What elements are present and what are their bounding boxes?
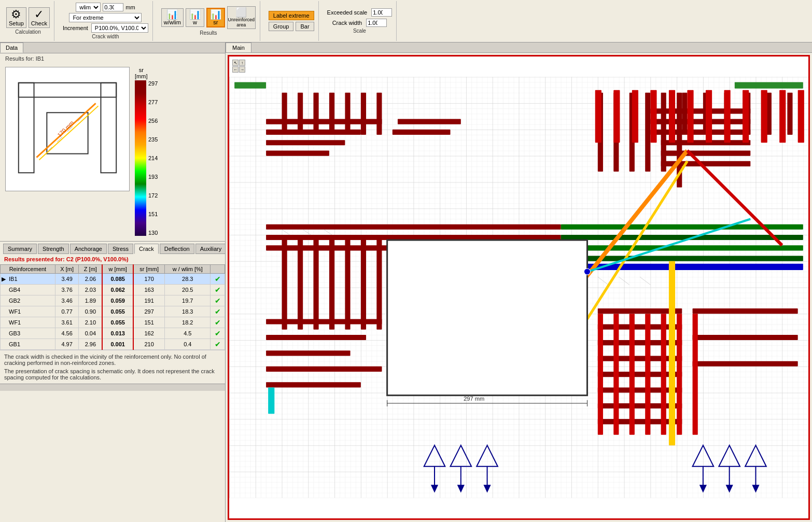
nav-right[interactable]: → xyxy=(239,66,245,73)
section-container: 170 mm xyxy=(5,67,130,236)
results-buttons-row: 📊 w/wlim 📊 w 📊 sr ⬜ Unreinforced area xyxy=(161,6,256,29)
crack-width-group: wlim mm For extreme Increment P100.0%, V… xyxy=(59,1,153,41)
cell-w: 0.059 xyxy=(102,295,133,306)
svg-rect-40 xyxy=(787,93,792,135)
section-preview: 170 mm xyxy=(5,67,130,191)
w-button[interactable]: 📊 w xyxy=(186,8,204,27)
crack-width-scale-input[interactable] xyxy=(366,19,387,27)
for-extreme-select[interactable]: For extreme xyxy=(69,13,142,22)
svg-rect-18 xyxy=(398,119,461,124)
toolbar: ⚙ Setup ✓ Check Calculation wlim mm For … xyxy=(0,0,812,43)
results-banner: Results presented for: C2 (P100.0%, V100… xyxy=(0,254,225,264)
table-row[interactable]: WF1 3.61 2.10 0.055 151 18.2 ✔ xyxy=(1,317,225,328)
cell-sr: 297 xyxy=(133,306,165,317)
cell-z: 1.89 xyxy=(79,295,102,306)
table-row[interactable]: WF1 0.77 0.90 0.055 297 18.3 ✔ xyxy=(1,306,225,317)
scale-bar-container: 297 277 256 235 214 193 172 151 130 xyxy=(135,80,158,236)
svg-rect-52 xyxy=(687,90,693,143)
main-canvas: ↖ ↑ ← → xyxy=(228,55,810,520)
svg-rect-19 xyxy=(393,130,451,135)
svg-rect-97 xyxy=(629,314,635,435)
svg-rect-63 xyxy=(561,235,803,240)
label-extreme-button[interactable]: Label extreme xyxy=(269,11,314,20)
col-header-check xyxy=(211,265,225,274)
cell-ratio: 28.3 xyxy=(165,274,211,285)
results-table-container[interactable]: Reinforcement X [m] Z [m] w [mm] sr [mm]… xyxy=(0,264,225,350)
cell-w: 0.085 xyxy=(102,274,133,285)
cell-x: 0.77 xyxy=(55,306,79,317)
table-row[interactable]: GB4 3.76 2.03 0.062 163 20.5 ✔ xyxy=(1,285,225,295)
w-wlim-button[interactable]: 📊 w/wlim xyxy=(161,8,184,27)
group-button[interactable]: Group xyxy=(269,22,294,31)
cell-ratio: 20.5 xyxy=(165,285,211,295)
results-tabs-area: Summary Strength Anchorage Stress Crack … xyxy=(0,241,225,384)
main-tab[interactable]: Main xyxy=(226,43,251,52)
cell-ratio: 19.7 xyxy=(165,295,211,306)
nav-up[interactable]: ↑ xyxy=(239,60,245,66)
sr-button[interactable]: 📊 sr xyxy=(206,8,225,27)
for-extreme-row: For extreme xyxy=(69,13,142,22)
table-row[interactable]: GB1 4.97 2.96 0.001 210 0.4 ✔ xyxy=(1,339,225,350)
svg-rect-100 xyxy=(677,314,682,435)
cell-x: 3.61 xyxy=(55,317,79,328)
right-panel: Main ↖ ↑ ← → xyxy=(226,43,812,522)
svg-rect-77 xyxy=(361,235,366,330)
svg-rect-14 xyxy=(234,82,266,88)
cell-sr: 151 xyxy=(133,317,165,328)
sr-icon: 📊 xyxy=(210,10,221,19)
exceeded-scale-row: Exceeded scale xyxy=(327,8,393,17)
wlim-row: wlim mm xyxy=(76,3,135,12)
nav-up-left[interactable]: ↖ xyxy=(232,60,239,66)
w-wlim-icon: 📊 xyxy=(166,10,178,19)
scale-group: Exceeded scale Crack width Scale xyxy=(323,1,397,41)
cell-z: 0.90 xyxy=(79,306,102,317)
svg-rect-51 xyxy=(669,90,675,143)
note-2: The presentation of crack spacing is sch… xyxy=(4,368,221,380)
results-group: 📊 w/wlim 📊 w 📊 sr ⬜ Unreinforced area Re… xyxy=(157,1,260,41)
cell-ratio: 18.3 xyxy=(165,306,211,317)
tab-deflection[interactable]: Deflection xyxy=(160,244,194,254)
tab-auxiliary[interactable]: Auxiliary xyxy=(195,244,225,254)
nav-left[interactable]: ← xyxy=(232,66,239,73)
svg-rect-59 xyxy=(266,224,561,230)
svg-rect-92 xyxy=(693,308,798,314)
data-tab[interactable]: Data xyxy=(0,43,23,53)
svg-rect-47 xyxy=(595,90,601,143)
tab-anchorage[interactable]: Anchorage xyxy=(70,244,107,254)
check-button[interactable]: ✓ Check xyxy=(29,7,50,28)
setup-button[interactable]: ⚙ Setup xyxy=(6,7,26,28)
svg-rect-76 xyxy=(345,235,350,330)
tab-stress[interactable]: Stress xyxy=(108,244,133,254)
table-row[interactable]: ▶IB1 3.49 2.06 0.085 170 28.3 ✔ xyxy=(1,274,225,285)
svg-rect-80 xyxy=(266,335,366,340)
scale-labels: 297 277 256 235 214 193 172 151 130 xyxy=(148,80,158,236)
svg-rect-75 xyxy=(329,235,334,330)
notes-area: The crack width is checked in the vicini… xyxy=(0,350,225,384)
exceeded-scale-input[interactable] xyxy=(371,8,392,17)
svg-text:297 mm: 297 mm xyxy=(464,396,484,402)
svg-rect-30 xyxy=(313,93,318,135)
table-row[interactable]: GB3 4.56 0.04 0.013 162 4.5 ✔ xyxy=(1,328,225,339)
svg-rect-71 xyxy=(387,240,587,396)
tab-crack[interactable]: Crack xyxy=(134,244,159,254)
tab-summary[interactable]: Summary xyxy=(3,244,37,254)
wlim-select[interactable]: wlim xyxy=(76,3,101,12)
unreinforced-button[interactable]: ⬜ Unreinforced area xyxy=(227,6,256,29)
tab-strength[interactable]: Strength xyxy=(38,244,69,254)
horizontal-scrollbar[interactable] xyxy=(0,384,225,391)
check-icon: ✓ xyxy=(34,9,44,20)
cell-sr: 163 xyxy=(133,285,165,295)
increment-select[interactable]: P100.0%, V100.0% xyxy=(91,23,148,33)
svg-rect-95 xyxy=(598,314,603,435)
bar-button[interactable]: Bar xyxy=(296,22,314,31)
table-row[interactable]: GB2 3.46 1.89 0.059 191 19.7 ✔ xyxy=(1,295,225,306)
results-group-label: Results xyxy=(200,30,217,36)
color-scale: sr [mm] 297 277 256 235 214 193 172 xyxy=(135,67,158,236)
cell-ratio: 18.2 xyxy=(165,317,211,328)
wlim-input[interactable] xyxy=(103,3,123,11)
svg-rect-93 xyxy=(693,335,798,340)
col-header-w: w [mm] xyxy=(102,265,133,274)
crack-width-scale-row: Crack width xyxy=(332,19,387,27)
svg-rect-53 xyxy=(706,90,712,143)
svg-rect-74 xyxy=(313,235,318,330)
